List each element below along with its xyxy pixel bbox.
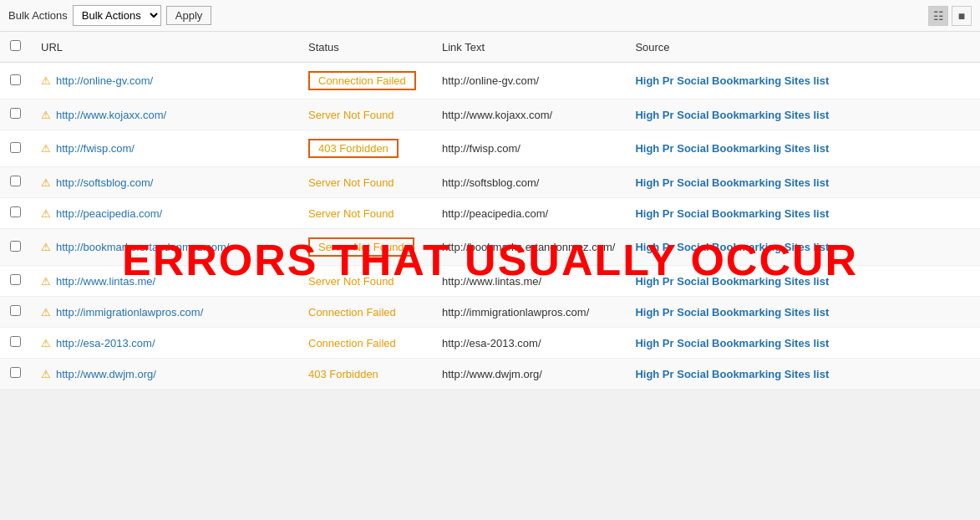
row-checkbox[interactable] (10, 305, 21, 316)
status-text: Connection Failed (308, 337, 396, 349)
row-url-cell: ⚠http://esa-2013.com/ (31, 328, 298, 359)
status-text: Server Not Found (308, 275, 394, 288)
row-checkbox-cell (0, 359, 31, 390)
col-header-url: URL (31, 32, 298, 63)
row-checkbox-cell (0, 198, 31, 229)
source-link[interactable]: High Pr Social Bookmarking Sites list (635, 241, 829, 253)
status-text: Server Not Found (308, 207, 394, 220)
warning-icon: ⚠ (41, 306, 51, 319)
warning-icon: ⚠ (41, 337, 51, 349)
row-checkbox[interactable] (10, 142, 21, 153)
table-row: ⚠http://www.dwjm.org/403 Forbiddenhttp:/… (0, 359, 980, 390)
source-link[interactable]: High Pr Social Bookmarking Sites list (635, 74, 829, 87)
source-link[interactable]: High Pr Social Bookmarking Sites list (635, 368, 829, 380)
toolbar: Bulk Actions Bulk Actions Delete Apply ☷… (0, 0, 980, 32)
row-checkbox[interactable] (10, 367, 21, 378)
row-checkbox[interactable] (10, 108, 21, 119)
table-row: ⚠http://immigrationlawpros.com/Connectio… (0, 297, 980, 328)
row-status-cell: Connection Failed (298, 328, 432, 359)
table-row: ⚠http://softsblog.com/Server Not Foundht… (0, 167, 980, 198)
row-linktext-cell: http://immigrationlawpros.com/ (432, 297, 625, 328)
url-link[interactable]: http://www.dwjm.org/ (56, 368, 156, 380)
source-link[interactable]: High Pr Social Bookmarking Sites list (635, 109, 829, 121)
status-text: Connection Failed (308, 306, 396, 319)
table-container: URL Status Link Text Source ⚠http://onli… (0, 32, 980, 390)
row-source-cell: High Pr Social Bookmarking Sites list (625, 167, 980, 198)
url-link[interactable]: http://fwisp.com/ (56, 142, 135, 155)
table-row: ⚠http://online-gv.com/Connection Failedh… (0, 63, 980, 99)
row-source-cell: High Pr Social Bookmarking Sites list (625, 229, 980, 266)
row-status-cell: Server Not Found (298, 229, 432, 266)
warning-icon: ⚠ (41, 109, 51, 121)
row-checkbox[interactable] (10, 336, 21, 347)
url-link[interactable]: http://www.lintas.me/ (56, 275, 155, 288)
row-status-cell: 403 Forbidden (298, 130, 432, 167)
row-url-cell: ⚠http://www.kojaxx.com/ (31, 99, 298, 130)
col-header-status: Status (298, 32, 432, 63)
source-link[interactable]: High Pr Social Bookmarking Sites list (635, 337, 829, 349)
row-source-cell: High Pr Social Bookmarking Sites list (625, 328, 980, 359)
row-source-cell: High Pr Social Bookmarking Sites list (625, 359, 980, 390)
table-row: ⚠http://esa-2013.com/Connection Failedht… (0, 328, 980, 359)
source-link[interactable]: High Pr Social Bookmarking Sites list (635, 207, 829, 220)
row-checkbox-cell (0, 297, 31, 328)
source-link[interactable]: High Pr Social Bookmarking Sites list (635, 142, 829, 155)
row-status-cell: Server Not Found (298, 266, 432, 297)
url-link[interactable]: http://immigrationlawpros.com/ (56, 306, 203, 319)
status-text: 403 Forbidden (308, 368, 378, 380)
url-link[interactable]: http://online-gv.com/ (56, 74, 153, 87)
row-url-cell: ⚠http://www.lintas.me/ (31, 266, 298, 297)
url-link[interactable]: http://bookmarks.ertandonmez.com/ (56, 241, 229, 253)
row-checkbox[interactable] (10, 206, 21, 217)
row-status-cell: Connection Failed (298, 63, 432, 99)
row-checkbox[interactable] (10, 176, 21, 186)
row-linktext-cell: http://softsblog.com/ (432, 167, 625, 198)
row-status-cell: Connection Failed (298, 297, 432, 328)
row-checkbox-cell (0, 167, 31, 198)
row-linktext-cell: http://peacipedia.com/ (432, 198, 625, 229)
warning-icon: ⚠ (41, 207, 51, 220)
row-source-cell: High Pr Social Bookmarking Sites list (625, 198, 980, 229)
url-link[interactable]: http://www.kojaxx.com/ (56, 109, 166, 121)
warning-icon: ⚠ (41, 74, 51, 87)
warning-icon: ⚠ (41, 275, 51, 288)
col-header-linktext: Link Text (432, 32, 625, 63)
row-linktext-cell: http://esa-2013.com/ (432, 328, 625, 359)
status-badge: Connection Failed (308, 71, 416, 90)
row-checkbox-cell (0, 266, 31, 297)
table-row: ⚠http://www.kojaxx.com/Server Not Foundh… (0, 99, 980, 130)
row-url-cell: ⚠http://softsblog.com/ (31, 167, 298, 198)
row-checkbox-cell (0, 63, 31, 99)
links-table: URL Status Link Text Source ⚠http://onli… (0, 32, 980, 390)
row-linktext-cell: http://www.lintas.me/ (432, 266, 625, 297)
url-link[interactable]: http://peacipedia.com/ (56, 207, 162, 220)
table-row: ⚠http://www.lintas.me/Server Not Foundht… (0, 266, 980, 297)
grid-view-icon[interactable]: ■ (952, 6, 972, 26)
row-checkbox-cell (0, 328, 31, 359)
row-checkbox[interactable] (10, 274, 21, 285)
row-source-cell: High Pr Social Bookmarking Sites list (625, 130, 980, 167)
apply-button[interactable]: Apply (166, 6, 212, 25)
select-all-checkbox[interactable] (10, 40, 21, 51)
status-text: Server Not Found (308, 176, 394, 189)
warning-icon: ⚠ (41, 368, 51, 380)
warning-icon: ⚠ (41, 176, 51, 189)
row-checkbox[interactable] (10, 241, 21, 252)
status-text: Server Not Found (308, 109, 394, 121)
warning-icon: ⚠ (41, 241, 51, 253)
row-checkbox-cell (0, 130, 31, 167)
row-status-cell: Server Not Found (298, 99, 432, 130)
table-row: ⚠http://bookmarks.ertandonmez.com/Server… (0, 229, 980, 266)
row-checkbox-cell (0, 229, 31, 266)
source-link[interactable]: High Pr Social Bookmarking Sites list (635, 275, 829, 288)
table-row: ⚠http://fwisp.com/403 Forbiddenhttp://fw… (0, 130, 980, 167)
url-link[interactable]: http://esa-2013.com/ (56, 337, 155, 349)
bulk-actions-select[interactable]: Bulk Actions Delete (73, 5, 161, 26)
list-view-icon[interactable]: ☷ (928, 6, 948, 26)
row-checkbox[interactable] (10, 74, 21, 85)
col-header-source: Source (625, 32, 980, 63)
url-link[interactable]: http://softsblog.com/ (56, 176, 153, 189)
source-link[interactable]: High Pr Social Bookmarking Sites list (635, 306, 829, 319)
source-link[interactable]: High Pr Social Bookmarking Sites list (635, 176, 829, 189)
table-row: ⚠http://peacipedia.com/Server Not Foundh… (0, 198, 980, 229)
